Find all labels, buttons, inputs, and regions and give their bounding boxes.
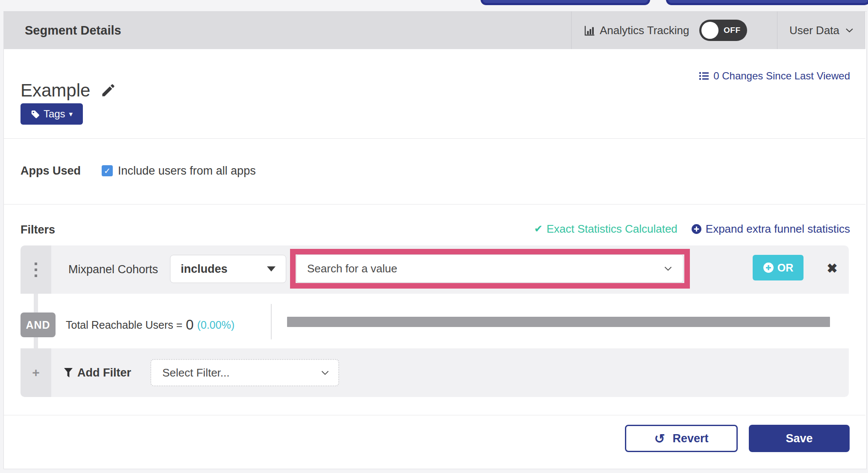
chevron-down-icon bbox=[321, 371, 329, 375]
bar-chart-icon bbox=[584, 25, 595, 36]
remove-filter-button[interactable]: ✖ bbox=[819, 255, 845, 281]
analytics-tracking-control: Analytics Tracking OFF bbox=[584, 12, 747, 49]
filters-heading: Filters bbox=[21, 223, 55, 236]
filters-stats-row: ✔ Exact Statistics Calculated Expand ext… bbox=[384, 221, 850, 236]
footer-divider bbox=[4, 415, 865, 415]
check-icon: ✓ bbox=[104, 166, 111, 176]
user-data-dropdown[interactable]: User Data bbox=[789, 12, 853, 49]
include-all-apps-label: Include users from all apps bbox=[118, 164, 256, 178]
segment-name-row: Example bbox=[21, 77, 116, 104]
select-filter-placeholder: Select Filter... bbox=[162, 366, 230, 380]
reachable-users-progress-bar bbox=[287, 317, 830, 327]
changelog-list-icon bbox=[699, 71, 709, 81]
plus-icon: + bbox=[32, 365, 40, 380]
apps-used-label: Apps Used bbox=[21, 164, 81, 178]
total-reachable-percent: (0.00%) bbox=[197, 319, 235, 331]
analytics-tracking-toggle[interactable]: OFF bbox=[699, 20, 747, 41]
caret-down-icon: ▾ bbox=[69, 111, 73, 118]
header-divider bbox=[777, 12, 777, 49]
tags-button-label: Tags bbox=[44, 108, 65, 120]
revert-button[interactable]: ↺ Revert bbox=[625, 425, 738, 452]
plus-circle-icon bbox=[763, 262, 774, 273]
filter-drag-handle[interactable] bbox=[21, 245, 51, 294]
total-reachable-count: 0 bbox=[186, 317, 194, 333]
check-icon: ✔ bbox=[534, 223, 542, 235]
exact-statistics-status: ✔ Exact Statistics Calculated bbox=[534, 222, 677, 236]
total-reachable-label: Total Reachable Users = bbox=[66, 319, 182, 331]
changes-since-last-viewed-link[interactable]: 0 Changes Since Last Viewed bbox=[615, 68, 850, 84]
add-filter-label: Add Filter bbox=[77, 366, 131, 380]
revert-icon: ↺ bbox=[654, 431, 665, 446]
segment-name: Example bbox=[21, 80, 90, 101]
user-data-label: User Data bbox=[789, 24, 839, 37]
filter-operator-value: includes bbox=[181, 263, 228, 276]
exact-statistics-label: Exact Statistics Calculated bbox=[546, 222, 677, 236]
include-all-apps-checkbox[interactable]: ✓ bbox=[102, 165, 113, 176]
filter-value-placeholder: Search for a value bbox=[307, 262, 397, 275]
and-badge: AND bbox=[21, 312, 56, 337]
tag-icon bbox=[31, 110, 40, 119]
filter-value-select[interactable]: Search for a value bbox=[296, 254, 683, 283]
changes-link-label: 0 Changes Since Last Viewed bbox=[713, 70, 850, 82]
chevron-down-icon bbox=[845, 28, 853, 33]
select-filter-dropdown[interactable]: Select Filter... bbox=[150, 359, 339, 386]
or-button-label: OR bbox=[777, 262, 794, 274]
funnel-icon bbox=[64, 368, 73, 377]
dropdown-arrow-icon bbox=[267, 266, 276, 272]
add-filter-label-group: Add Filter bbox=[64, 348, 131, 397]
add-or-condition-button[interactable]: OR bbox=[753, 255, 803, 280]
section-divider bbox=[4, 138, 865, 139]
vertical-divider bbox=[271, 304, 272, 339]
plus-circle-icon bbox=[691, 224, 702, 234]
add-filter-handle[interactable]: + bbox=[21, 348, 51, 397]
page-title: Segment Details bbox=[25, 12, 121, 49]
chevron-down-icon bbox=[664, 266, 672, 271]
analytics-tracking-label: Analytics Tracking bbox=[600, 24, 689, 37]
drag-handle-icon bbox=[35, 274, 37, 277]
drag-handle-icon bbox=[35, 269, 37, 271]
tags-button[interactable]: Tags ▾ bbox=[21, 103, 83, 125]
header-divider bbox=[571, 12, 572, 49]
top-clipped-button-right[interactable] bbox=[666, 0, 868, 5]
toggle-state-label: OFF bbox=[724, 20, 741, 41]
edit-pencil-icon[interactable] bbox=[100, 83, 116, 98]
total-reachable-users: Total Reachable Users = 0 (0.00%) bbox=[66, 312, 235, 337]
close-icon: ✖ bbox=[827, 261, 837, 276]
save-button-label: Save bbox=[786, 432, 812, 445]
top-clipped-button-left[interactable] bbox=[481, 0, 650, 5]
revert-button-label: Revert bbox=[673, 432, 709, 445]
section-divider bbox=[4, 204, 865, 204]
toggle-knob bbox=[701, 22, 718, 39]
filter-operator-dropdown[interactable]: includes bbox=[170, 255, 286, 283]
expand-funnel-statistics-link[interactable]: Expand extra funnel statistics bbox=[691, 222, 850, 236]
expand-funnel-statistics-label: Expand extra funnel statistics bbox=[706, 222, 850, 236]
filter-field-label: Mixpanel Cohorts bbox=[68, 245, 158, 294]
drag-handle-icon bbox=[35, 263, 37, 265]
save-button[interactable]: Save bbox=[749, 425, 850, 452]
